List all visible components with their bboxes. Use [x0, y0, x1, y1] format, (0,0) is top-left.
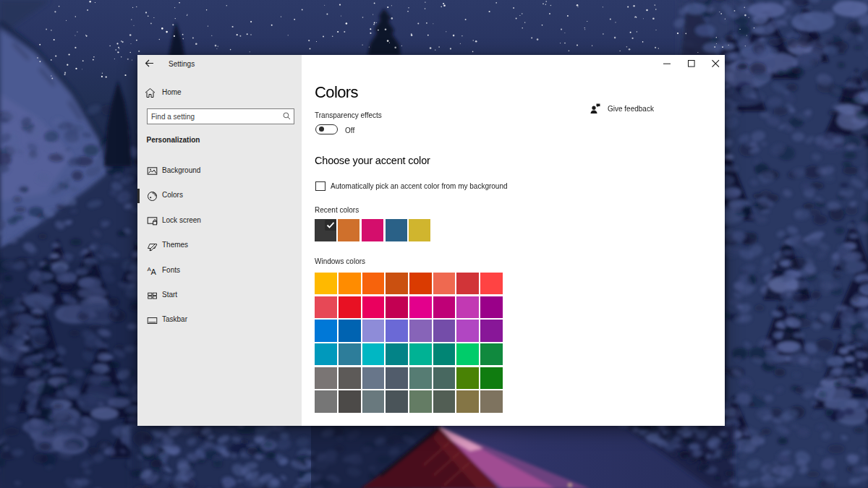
svg-text:A: A	[151, 267, 157, 276]
